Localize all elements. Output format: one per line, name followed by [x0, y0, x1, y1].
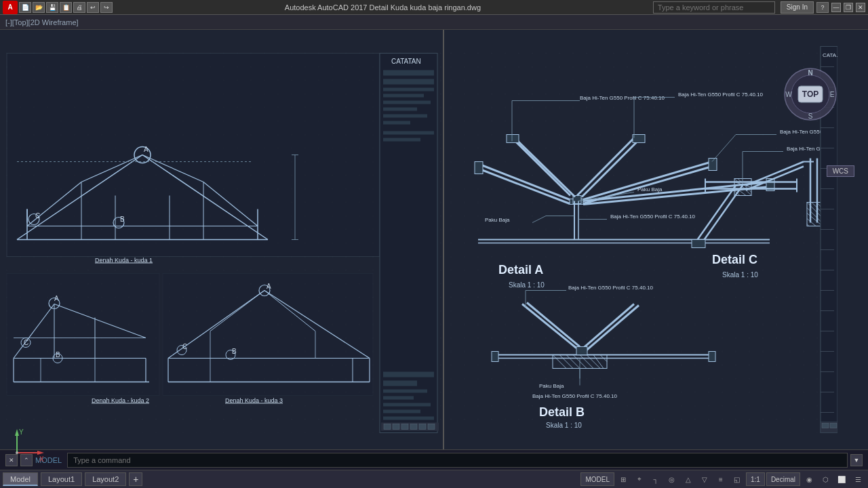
svg-rect-88	[383, 403, 431, 407]
snap-icon[interactable]: ⌖	[632, 472, 647, 486]
svg-rect-95	[401, 424, 408, 430]
sign-in-button[interactable]: Sign In	[781, 1, 814, 14]
svg-rect-97	[419, 424, 426, 430]
grid-icon[interactable]: ⊞	[616, 472, 631, 486]
svg-text:Denah Kuda - kuda 1: Denah Kuda - kuda 1	[95, 257, 153, 264]
svg-rect-76	[383, 88, 434, 92]
svg-rect-79	[383, 108, 417, 111]
svg-text:Paku Baja: Paku Baja	[539, 383, 564, 389]
svg-text:Baja Hi-Ten G550 Profil C 75.4: Baja Hi-Ten G550 Profil C 75.40.10	[568, 285, 654, 291]
ortho-icon[interactable]: ┐	[648, 472, 663, 486]
svg-marker-234	[37, 451, 44, 455]
svg-text:CATA...: CATA...	[823, 52, 837, 58]
left-drawing-svg: A B C Denah Kuda - kuda 1	[0, 30, 444, 449]
help-btn[interactable]: ?	[816, 2, 829, 13]
svg-point-236	[16, 451, 18, 454]
svg-rect-89	[383, 410, 420, 413]
main-drawing-area: A B C Denah Kuda - kuda 1	[0, 30, 868, 449]
clean-screen-icon[interactable]: ⬜	[834, 472, 849, 486]
svg-text:Skala 1 : 10: Skala 1 : 10	[509, 281, 545, 289]
command-input[interactable]	[67, 453, 848, 468]
customize-icon[interactable]: ☰	[850, 472, 865, 486]
transparency-icon[interactable]: ◱	[730, 472, 745, 486]
title-bar: A 📄 📂 💾 📋 🖨 ↩ ↪ Autodesk AutoCAD 2017 De…	[0, 0, 868, 15]
lineweight-icon[interactable]: ≡	[713, 472, 728, 486]
svg-rect-75	[383, 79, 434, 85]
restore-button[interactable]: ❒	[844, 3, 853, 12]
svg-rect-52	[163, 274, 373, 396]
svg-rect-173	[692, 240, 705, 248]
svg-rect-120	[709, 159, 717, 171]
tab-layout2[interactable]: Layout2	[85, 472, 126, 486]
new-btn[interactable]: 📄	[19, 2, 31, 13]
add-layout-button[interactable]: +	[129, 472, 142, 486]
svg-text:X: X	[39, 455, 44, 463]
svg-text:Denah Kuda - kuda 3: Denah Kuda - kuda 3	[225, 397, 283, 404]
svg-text:Skala 1 : 10: Skala 1 : 10	[546, 422, 582, 429]
svg-text:Y: Y	[19, 428, 24, 436]
open-btn[interactable]: 📂	[33, 2, 45, 13]
undo-btn[interactable]: ↩	[87, 2, 99, 13]
svg-text:W: W	[785, 91, 792, 98]
svg-text:Baja Hi-Ten G550 Profil C 75.4: Baja Hi-Ten G550 Profil C 75.40.10	[532, 393, 618, 399]
svg-rect-94	[393, 424, 399, 430]
svg-text:C: C	[24, 339, 28, 346]
svg-rect-77	[383, 94, 424, 98]
viewport-label-text: [-][Top][2D Wireframe]	[5, 18, 79, 26]
compass: TOP N E W S	[783, 67, 837, 121]
right-drawing-panel[interactable]: Baja Hi-Ten G550 Profil C 75.40.10 Baja …	[444, 30, 868, 449]
model-status-btn[interactable]: MODEL	[580, 472, 614, 486]
command-line: ✕ ⌃ MODEL ▼	[0, 449, 868, 470]
svg-rect-74	[383, 70, 434, 76]
print-btn[interactable]: 🖨	[73, 2, 85, 13]
search-input[interactable]	[653, 1, 775, 14]
svg-text:E: E	[830, 91, 835, 98]
svg-text:N: N	[808, 69, 812, 77]
svg-rect-98	[428, 424, 435, 430]
polar-icon[interactable]: ◎	[665, 472, 679, 486]
save-btn[interactable]: 💾	[46, 2, 58, 13]
svg-text:B: B	[120, 216, 125, 223]
svg-rect-90	[383, 417, 434, 420]
wcs-label[interactable]: WCS	[827, 165, 854, 177]
unit-display[interactable]: Decimal	[766, 472, 800, 486]
3dosnap-icon[interactable]: ▽	[697, 472, 712, 486]
hardware-icon[interactable]: ⬡	[818, 472, 833, 486]
window-title: Autodesk AutoCAD 2017 Detail Kuda kuda b…	[285, 3, 481, 12]
viewport-label: [-][Top][2D Wireframe]	[0, 15, 868, 30]
svg-text:CATATAN: CATATAN	[391, 58, 421, 65]
svg-text:C: C	[35, 212, 40, 220]
svg-text:Baja Hi-Ten G550 Profil C 75.4: Baja Hi-Ten G550 Profil C 75.40.10	[610, 214, 696, 220]
svg-text:Skala 1 : 10: Skala 1 : 10	[722, 271, 758, 279]
svg-text:C: C	[182, 343, 187, 350]
minimize-button[interactable]: —	[831, 3, 841, 12]
autocad-logo: A	[3, 1, 18, 14]
redo-btn[interactable]: ↪	[100, 2, 113, 13]
svg-text:Detail B: Detail B	[539, 405, 585, 419]
left-drawing-panel[interactable]: A B C Denah Kuda - kuda 1	[0, 30, 444, 449]
svg-text:Paku Baja: Paku Baja	[485, 217, 510, 223]
cmd-arrow-btn[interactable]: ▼	[850, 454, 863, 466]
svg-rect-84	[383, 372, 434, 378]
svg-rect-96	[410, 424, 417, 430]
close-button[interactable]: ✕	[856, 3, 865, 12]
saveas-btn[interactable]: 📋	[60, 2, 72, 13]
svg-text:Detail A: Detail A	[498, 263, 543, 277]
osnap-icon[interactable]: △	[681, 472, 696, 486]
svg-text:Denah Kuda - kuda 2: Denah Kuda - kuda 2	[92, 397, 149, 404]
svg-text:Detail C: Detail C	[712, 253, 757, 266]
svg-text:Paku Baja: Paku Baja	[637, 186, 663, 192]
svg-rect-83	[383, 138, 420, 142]
svg-rect-146	[492, 352, 498, 362]
svg-rect-87	[383, 396, 414, 400]
svg-rect-221	[830, 424, 837, 428]
svg-rect-118	[507, 135, 519, 143]
isolate-icon[interactable]: ◉	[802, 472, 816, 486]
svg-text:TOP: TOP	[802, 89, 818, 99]
tab-model[interactable]: Model	[3, 472, 38, 486]
svg-text:Baja Hi-Ten G550 Profil C 75.4: Baja Hi-Ten G550 Profil C 75.40.10	[580, 95, 665, 101]
tab-layout1[interactable]: Layout1	[41, 472, 82, 486]
svg-rect-86	[383, 390, 427, 393]
scale-display[interactable]: 1:1	[746, 472, 765, 486]
right-drawing-svg: Baja Hi-Ten G550 Profil C 75.40.10 Baja …	[444, 30, 837, 449]
